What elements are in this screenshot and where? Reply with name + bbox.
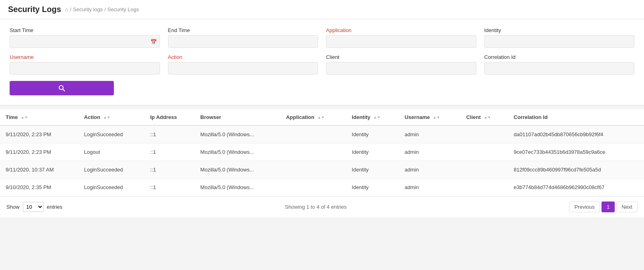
cell-ip: ::1: [144, 143, 194, 161]
col-time[interactable]: Time ▲▼: [0, 109, 79, 125]
cell-time: 9/11/2020, 10:37 AM: [0, 161, 79, 179]
client-field: Client: [326, 54, 476, 75]
cell-correlation-id: 9ce07ec733b44351b6d3978a59c9a6ce: [508, 143, 644, 161]
svg-line-1: [63, 89, 65, 91]
header: Security Logs ⌂ / Security logs / Securi…: [0, 0, 644, 19]
breadcrumb-security-logs-2: Security Logs: [107, 6, 139, 12]
table-row: 9/11/2020, 10:37 AM LoginSucceeded ::1 M…: [0, 161, 644, 179]
cell-client: [461, 143, 508, 161]
search-button[interactable]: [10, 81, 114, 95]
col-username[interactable]: Username ▲▼: [399, 109, 461, 125]
data-table: Time ▲▼ Action ▲▼ Ip Address Browser App…: [0, 109, 644, 196]
cell-application: [280, 179, 346, 196]
page-1-button[interactable]: 1: [601, 201, 615, 212]
showing-text: Showing 1 to 4 of 4 entries: [285, 204, 347, 210]
cell-identity: Identity: [346, 143, 399, 161]
username-input[interactable]: [10, 62, 160, 75]
show-label: Show: [6, 204, 20, 210]
correlation-id-label: Correlation Id: [484, 54, 635, 60]
cell-correlation-id: da01107ad02b45db870656cb9b92f6f4: [508, 125, 644, 143]
action-field: Action: [168, 54, 318, 75]
cell-identity: Identity: [346, 125, 399, 143]
correlation-id-field: Correlation Id: [484, 54, 635, 75]
table-footer: Show 10 25 50 100 entries Showing 1 to 4…: [0, 196, 644, 217]
cell-identity: Identity: [346, 179, 399, 196]
previous-button[interactable]: Previous: [569, 201, 600, 212]
sort-icon-client: ▲▼: [484, 116, 491, 119]
table-row: 9/11/2020, 2:23 PM LoginSucceeded ::1 Mo…: [0, 125, 644, 143]
col-browser[interactable]: Browser: [195, 109, 281, 125]
table-header-row: Time ▲▼ Action ▲▼ Ip Address Browser App…: [0, 109, 644, 125]
entries-select[interactable]: 10 25 50 100: [23, 202, 44, 212]
cell-application: [280, 161, 346, 179]
cell-time: 9/11/2020, 2:23 PM: [0, 125, 79, 143]
action-input[interactable]: [168, 62, 318, 75]
cell-action: LoginSucceeded: [79, 125, 145, 143]
cell-client: [461, 161, 508, 179]
application-input[interactable]: [326, 35, 476, 48]
cell-browser: Mozilla/5.0 (Windows...: [195, 161, 281, 179]
start-time-input[interactable]: [10, 35, 160, 48]
col-ip[interactable]: Ip Address: [144, 109, 194, 125]
cell-application: [280, 143, 346, 161]
cell-browser: Mozilla/5.0 (Windows...: [195, 179, 281, 196]
cell-action: Logout: [79, 143, 145, 161]
sort-icon-identity: ▲▼: [373, 116, 381, 119]
sort-icon-action: ▲▼: [103, 116, 111, 119]
col-application[interactable]: Application ▲▼: [280, 109, 346, 125]
cell-browser: Mozilla/5.0 (Windows...: [195, 125, 281, 143]
cell-time: 9/10/2020, 2:35 PM: [0, 179, 79, 196]
end-time-field: End Time: [168, 27, 318, 48]
cell-client: [461, 125, 508, 143]
filter-grid: Start Time 📅 End Time Application Identi…: [10, 27, 634, 75]
identity-input[interactable]: [484, 35, 635, 48]
cell-browser: Mozilla/5.0 (Windows...: [195, 143, 281, 161]
col-correlation-id[interactable]: Correlation Id: [508, 109, 644, 125]
cell-ip: ::1: [144, 161, 194, 179]
entries-label: entries: [47, 204, 63, 210]
start-time-label: Start Time: [10, 27, 160, 33]
breadcrumb: ⌂ / Security logs / Security Logs: [65, 6, 139, 12]
application-label: Application: [326, 27, 476, 33]
page-title: Security Logs: [8, 5, 61, 14]
cell-correlation-id: 812f09ccc89b460997f96cd7fe505a5d: [508, 161, 644, 179]
cell-ip: ::1: [144, 179, 194, 196]
cell-application: [280, 125, 346, 143]
breadcrumb-security-logs: Security logs: [73, 6, 103, 12]
correlation-id-input[interactable]: [484, 62, 635, 75]
cell-time: 9/11/2020, 2:23 PM: [0, 143, 79, 161]
cell-correlation-id: e3b774b84d774d4686b962990c08cf67: [508, 179, 644, 196]
username-field: Username: [10, 54, 160, 75]
cell-action: LoginSucceeded: [79, 161, 145, 179]
end-time-input[interactable]: [168, 35, 318, 48]
cell-username: admin: [399, 125, 461, 143]
cell-identity: Identity: [346, 161, 399, 179]
start-time-field: Start Time 📅: [10, 27, 160, 48]
client-input[interactable]: [326, 62, 476, 75]
username-label: Username: [10, 54, 160, 60]
next-button[interactable]: Next: [616, 201, 638, 212]
table-row: 9/10/2020, 2:35 PM LoginSucceeded ::1 Mo…: [0, 179, 644, 196]
table-section: Time ▲▼ Action ▲▼ Ip Address Browser App…: [0, 109, 644, 196]
cell-client: [461, 179, 508, 196]
sort-icon-app: ▲▼: [318, 116, 325, 119]
entries-control: Show 10 25 50 100 entries: [6, 202, 63, 212]
action-label: Action: [168, 54, 318, 60]
cell-username: admin: [399, 161, 461, 179]
home-icon: ⌂: [65, 6, 68, 12]
table-row: 9/11/2020, 2:23 PM Logout ::1 Mozilla/5.…: [0, 143, 644, 161]
cell-action: LoginSucceeded: [79, 179, 145, 196]
col-action[interactable]: Action ▲▼: [79, 109, 145, 125]
sort-icon-time: ▲▼: [21, 116, 28, 119]
application-field: Application: [326, 27, 476, 48]
col-identity[interactable]: Identity ▲▼: [346, 109, 399, 125]
cell-ip: ::1: [144, 125, 194, 143]
identity-label: Identity: [484, 27, 635, 33]
client-label: Client: [326, 54, 476, 60]
cell-username: admin: [399, 179, 461, 196]
cell-username: admin: [399, 143, 461, 161]
col-client[interactable]: Client ▲▼: [461, 109, 508, 125]
identity-field: Identity: [484, 27, 635, 48]
search-btn-row: [10, 81, 634, 95]
filter-panel: Start Time 📅 End Time Application Identi…: [0, 19, 644, 105]
